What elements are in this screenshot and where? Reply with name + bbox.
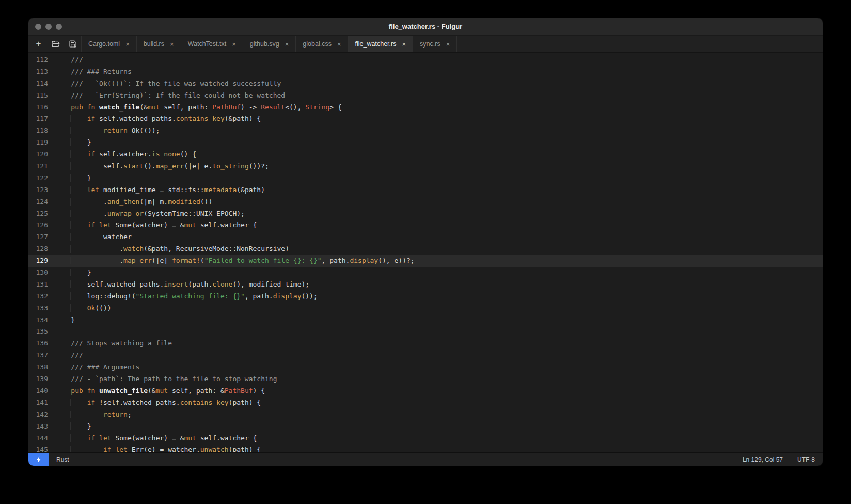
tab-github-svg[interactable]: github.svg× xyxy=(243,36,296,52)
code-line: 121 self.start().map_err(|e| e.to_string… xyxy=(28,161,823,172)
code-line: 116 pub fn watch_file(&mut self, path: P… xyxy=(28,102,823,114)
tab-close-icon[interactable]: × xyxy=(170,40,174,48)
code-line: 130 } xyxy=(28,267,823,279)
line-number: 121 xyxy=(28,161,48,172)
tab-close-icon[interactable]: × xyxy=(285,40,289,48)
tab-build-rs[interactable]: build.rs× xyxy=(136,36,181,52)
code-line: 122 } xyxy=(28,172,823,184)
line-number: 143 xyxy=(28,421,48,433)
line-content: self.start().map_err(|e| e.to_string())?… xyxy=(55,161,269,172)
code-line: 142 return; xyxy=(28,409,823,421)
line-number: 137 xyxy=(28,350,48,361)
line-number: 115 xyxy=(28,90,48,102)
tab-label: sync.rs xyxy=(420,40,440,48)
line-content: return; xyxy=(55,409,132,421)
status-right: Ln 129, Col 57 UTF-8 xyxy=(743,456,815,463)
line-content: /// xyxy=(55,54,83,66)
line-number: 136 xyxy=(28,338,48,350)
line-number: 133 xyxy=(28,303,48,314)
line-number: 142 xyxy=(28,409,48,421)
tab-bar: + Cargo.toml×build.rs×WatchTest.txt×gith… xyxy=(28,36,823,53)
code-line: 141 if !self.watched_paths.contains_key(… xyxy=(28,397,823,409)
line-number: 124 xyxy=(28,196,48,208)
tab-watchtest-txt[interactable]: WatchTest.txt× xyxy=(181,36,243,52)
tab-file-watcher-rs[interactable]: file_watcher.rs× xyxy=(348,36,413,52)
line-number: 119 xyxy=(28,137,48,149)
status-bar: Rust Ln 129, Col 57 UTF-8 xyxy=(28,452,823,466)
line-number: 135 xyxy=(28,326,48,338)
code-line: 138 /// ### Arguments xyxy=(28,361,823,373)
line-content: if let Some(watcher) = &mut self.watcher… xyxy=(55,219,257,231)
save-icon[interactable] xyxy=(64,36,81,52)
code-line: 140 pub fn unwatch_file(&mut self, path:… xyxy=(28,385,823,397)
line-number: 127 xyxy=(28,231,48,243)
code-line: 120 if self.watcher.is_none() { xyxy=(28,149,823,161)
line-content: /// ### Arguments xyxy=(55,361,139,373)
line-content: return Ok(()); xyxy=(55,125,160,137)
line-number: 139 xyxy=(28,373,48,385)
line-number: 125 xyxy=(28,208,48,220)
line-number: 120 xyxy=(28,149,48,161)
code-line: 132 log::debug!("Started watching file: … xyxy=(28,291,823,303)
line-content: log::debug!("Started watching file: {}",… xyxy=(55,291,318,303)
tab-close-icon[interactable]: × xyxy=(232,40,236,48)
line-number: 116 xyxy=(28,102,48,114)
code-area[interactable]: 112 ///113 /// ### Returns114 /// - `Ok(… xyxy=(28,53,823,452)
line-number: 123 xyxy=(28,184,48,196)
code-line: 133 Ok(()) xyxy=(28,303,823,314)
new-file-icon[interactable]: + xyxy=(30,36,47,52)
tab-global-css[interactable]: global.css× xyxy=(295,36,348,52)
line-content: if self.watched_paths.contains_key(&path… xyxy=(55,113,261,125)
code-line: 137 /// xyxy=(28,350,823,361)
line-number: 113 xyxy=(28,66,48,78)
line-number: 144 xyxy=(28,433,48,445)
code-line: 113 /// ### Returns xyxy=(28,66,823,78)
line-number: 122 xyxy=(28,172,48,184)
code-line: 114 /// - `Ok(())`: If the file was watc… xyxy=(28,78,823,90)
close-button[interactable] xyxy=(35,24,41,30)
code-line: 119 } xyxy=(28,137,823,149)
language-indicator[interactable]: Rust xyxy=(56,456,69,463)
line-content: if self.watcher.is_none() { xyxy=(55,149,196,161)
code-line: 124 .and_then(|m| m.modified()) xyxy=(28,196,823,208)
line-content: .and_then(|m| m.modified()) xyxy=(55,196,212,208)
line-number: 145 xyxy=(28,444,48,452)
line-content: /// xyxy=(55,350,83,361)
line-number: 118 xyxy=(28,125,48,137)
line-content: if let Some(watcher) = &mut self.watcher… xyxy=(55,433,257,445)
code-line: 125 .unwrap_or(SystemTime::UNIX_EPOCH); xyxy=(28,208,823,220)
tab-cargo-toml[interactable]: Cargo.toml× xyxy=(81,36,136,52)
tab-label: build.rs xyxy=(144,40,164,48)
line-content: let modified_time = std::fs::metadata(&p… xyxy=(55,184,265,196)
cursor-position[interactable]: Ln 129, Col 57 xyxy=(743,456,783,463)
line-content: .unwrap_or(SystemTime::UNIX_EPOCH); xyxy=(55,208,245,220)
tab-label: global.css xyxy=(303,40,332,48)
line-content: } xyxy=(55,314,75,326)
tab-close-icon[interactable]: × xyxy=(337,40,341,48)
code-line: 131 self.watched_paths.insert(path.clone… xyxy=(28,279,823,291)
title-bar: file_watcher.rs - Fulgur xyxy=(28,18,823,36)
tab-sync-rs[interactable]: sync.rs× xyxy=(413,36,457,52)
line-content: /// ### Returns xyxy=(55,66,132,78)
zoom-button[interactable] xyxy=(56,24,62,30)
encoding-indicator[interactable]: UTF-8 xyxy=(797,456,815,463)
code-line: 144 if let Some(watcher) = &mut self.wat… xyxy=(28,433,823,445)
tab-close-icon[interactable]: × xyxy=(446,40,450,48)
minimize-button[interactable] xyxy=(45,24,52,30)
tab-label: file_watcher.rs xyxy=(355,40,397,48)
code-line: 115 /// - `Err(String)`: If the file cou… xyxy=(28,90,823,102)
line-content: /// - `Ok(())`: If the file was watched … xyxy=(55,78,281,90)
line-number: 112 xyxy=(28,54,48,66)
code-line: 129 .map_err(|e| format!("Failed to watc… xyxy=(28,255,823,267)
line-content: self.watched_paths.insert(path.clone(), … xyxy=(55,279,309,291)
tab-strip: Cargo.toml×build.rs×WatchTest.txt×github… xyxy=(81,36,457,52)
line-content: } xyxy=(55,267,91,279)
open-folder-icon[interactable] xyxy=(47,36,64,52)
tab-close-icon[interactable]: × xyxy=(402,40,406,48)
line-number: 141 xyxy=(28,397,48,409)
tab-close-icon[interactable]: × xyxy=(125,40,130,48)
line-content: if !self.watched_paths.contains_key(path… xyxy=(55,397,261,409)
lightning-icon xyxy=(28,453,49,466)
line-content: } xyxy=(55,137,91,149)
window-title: file_watcher.rs - Fulgur xyxy=(28,23,823,30)
